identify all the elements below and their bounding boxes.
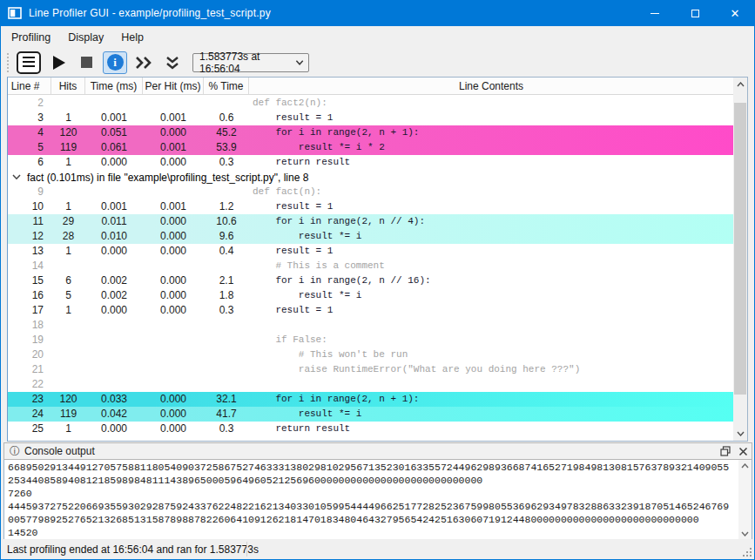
console-output-line: 4445937275220669355930292875924337622482… bbox=[8, 500, 752, 513]
hits-cell: 1 bbox=[51, 303, 85, 318]
collapse-all-button[interactable] bbox=[160, 51, 185, 74]
run-button[interactable] bbox=[45, 51, 70, 74]
line-number-cell: 12 bbox=[8, 229, 51, 244]
table-row[interactable]: 18 bbox=[8, 318, 733, 333]
table-row[interactable]: 41200.0510.00045.2 for i in range(2, n +… bbox=[8, 125, 733, 140]
line-contents-cell: result *= i bbox=[249, 407, 733, 422]
console-title: Console output bbox=[24, 445, 95, 457]
time-cell: 0.011 bbox=[85, 214, 143, 229]
hits-cell bbox=[51, 259, 85, 273]
col-header-hits[interactable]: Hits bbox=[51, 78, 85, 94]
menu-profiling[interactable]: Profiling bbox=[3, 28, 59, 47]
console-output-line: 14520 bbox=[8, 526, 752, 539]
table-row[interactable]: 241190.0420.00041.7 result *= i bbox=[8, 407, 733, 422]
close-button[interactable]: ✕ bbox=[715, 0, 755, 26]
table-row[interactable]: 1310.0000.0000.4 result = 1 bbox=[8, 244, 733, 259]
table-row[interactable]: 21 raise RuntimeError("What are you doin… bbox=[8, 362, 733, 377]
table-row[interactable]: 231200.0330.00032.1 for i in range(2, n … bbox=[8, 392, 733, 407]
pct-time-cell bbox=[204, 96, 249, 111]
menu-display[interactable]: Display bbox=[59, 28, 112, 47]
table-row[interactable]: 1560.0020.0002.1 for i in range(2, n // … bbox=[8, 273, 733, 288]
stop-icon bbox=[81, 57, 92, 68]
table-row[interactable]: 20 # This won't be run bbox=[8, 347, 733, 362]
table-row[interactable]: 22 bbox=[8, 377, 733, 392]
results-table: Line # Hits Time (ms) Per Hit (ms) % Tim… bbox=[7, 77, 748, 442]
play-icon bbox=[53, 56, 65, 70]
double-chevron-down-icon bbox=[165, 55, 180, 71]
per-hit-cell bbox=[143, 318, 204, 333]
expander-chevron-down-icon[interactable] bbox=[12, 174, 21, 180]
per-hit-cell: 0.001 bbox=[143, 199, 204, 214]
col-header-line[interactable]: Line # bbox=[8, 78, 51, 94]
float-panel-icon[interactable] bbox=[720, 446, 731, 456]
hits-cell: 1 bbox=[51, 111, 85, 125]
profile-run-select[interactable]: 1.583773s at 16:56:04 bbox=[192, 53, 309, 72]
time-cell bbox=[85, 362, 143, 377]
table-row[interactable]: 19 if False: bbox=[8, 333, 733, 347]
minimize-button[interactable] bbox=[635, 0, 675, 26]
resize-grip[interactable] bbox=[741, 546, 752, 557]
console-scrollbar[interactable] bbox=[738, 460, 752, 539]
line-contents-cell: result *= i bbox=[249, 288, 733, 303]
col-header-time[interactable]: Time (ms) bbox=[85, 78, 143, 94]
table-scrollbar[interactable] bbox=[733, 78, 747, 441]
line-contents-cell: result = 1 bbox=[249, 111, 733, 125]
tree-body: 2def fact2(n):310.0010.0010.6 result = 1… bbox=[8, 96, 733, 436]
hits-cell bbox=[51, 347, 85, 362]
line-contents-cell: def fact2(n): bbox=[249, 96, 733, 111]
line-contents-cell: for i in range(2, n + 1): bbox=[249, 392, 733, 407]
table-row[interactable]: 2def fact2(n): bbox=[8, 96, 733, 111]
time-cell: 0.000 bbox=[85, 422, 143, 436]
toolbar-drag-handle[interactable] bbox=[6, 53, 9, 72]
table-row[interactable]: 11290.0110.00010.6 for i in range(2, n /… bbox=[8, 214, 733, 229]
console-close-icon[interactable] bbox=[738, 447, 748, 456]
table-row[interactable]: 610.0000.0000.3 return result bbox=[8, 155, 733, 170]
menu-help[interactable]: Help bbox=[112, 28, 152, 47]
col-header-per-hit[interactable]: Per Hit (ms) bbox=[143, 78, 204, 94]
table-row[interactable]: 51190.0610.00153.9 result *= i * 2 bbox=[8, 140, 733, 155]
table-row[interactable]: 1710.0000.0000.3 result = 1 bbox=[8, 303, 733, 318]
line-contents-cell: if False: bbox=[249, 333, 733, 347]
fast-forward-button[interactable] bbox=[131, 51, 156, 74]
per-hit-cell: 0.000 bbox=[143, 214, 204, 229]
console-scroll-down-icon[interactable] bbox=[738, 528, 752, 539]
window-title: Line Profiler GUI - example/profiling_te… bbox=[29, 7, 271, 19]
table-row[interactable]: 14 # This is a comment bbox=[8, 259, 733, 273]
line-contents-cell: for i in range(2, n + 1): bbox=[249, 125, 733, 140]
table-row[interactable]: 1650.0020.0001.8 result *= i bbox=[8, 288, 733, 303]
per-hit-cell bbox=[143, 362, 204, 377]
line-number-cell: 18 bbox=[8, 318, 51, 333]
menu-bar: Profiling Display Help bbox=[1, 26, 754, 49]
hits-cell: 1 bbox=[51, 244, 85, 259]
line-number-cell: 3 bbox=[8, 111, 51, 125]
hits-cell bbox=[51, 185, 85, 199]
pct-time-cell: 0.3 bbox=[204, 303, 249, 318]
console-scroll-up-icon[interactable] bbox=[738, 460, 752, 471]
hits-cell bbox=[51, 96, 85, 111]
table-row[interactable]: 2510.0000.0000.3 return result bbox=[8, 422, 733, 436]
scroll-up-arrow-icon[interactable] bbox=[733, 78, 747, 91]
pct-time-cell bbox=[204, 347, 249, 362]
time-cell: 0.002 bbox=[85, 273, 143, 288]
scroll-down-arrow-icon[interactable] bbox=[733, 427, 747, 441]
stop-button[interactable] bbox=[74, 51, 98, 74]
line-number-cell: 14 bbox=[8, 259, 51, 273]
col-header-contents[interactable]: Line Contents bbox=[249, 78, 733, 94]
table-row[interactable]: 310.0010.0010.6 result = 1 bbox=[8, 111, 733, 125]
table-row[interactable]: 1010.0010.0011.2 result = 1 bbox=[8, 199, 733, 214]
status-bar: Last profiling ended at 16:56:04 and ran… bbox=[1, 539, 754, 559]
function-section-row[interactable]: fact (0.101ms) in file "example\profilin… bbox=[8, 170, 733, 185]
time-cell: 0.002 bbox=[85, 288, 143, 303]
hits-cell: 28 bbox=[51, 229, 85, 244]
pct-time-cell bbox=[204, 377, 249, 392]
table-row[interactable]: 9def fact(n): bbox=[8, 185, 733, 199]
scrollbar-thumb[interactable] bbox=[734, 103, 746, 395]
console-output-line: 6689502913449127057588118054090372586752… bbox=[8, 461, 752, 474]
profile-info-button[interactable]: i bbox=[103, 51, 127, 74]
per-hit-cell: 0.000 bbox=[143, 244, 204, 259]
table-row[interactable]: 12280.0100.0009.6 result *= i bbox=[8, 229, 733, 244]
menu-button[interactable] bbox=[17, 51, 41, 74]
maximize-button[interactable] bbox=[675, 0, 715, 26]
per-hit-cell: 0.000 bbox=[143, 422, 204, 436]
col-header-pct-time[interactable]: % Time bbox=[204, 78, 249, 94]
